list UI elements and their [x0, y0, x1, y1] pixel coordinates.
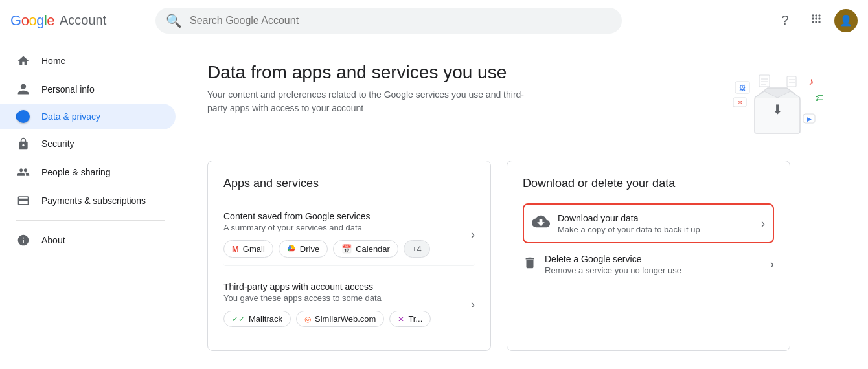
header-actions: ? 👤 [772, 8, 858, 34]
sidebar-item-data-privacy[interactable]: Data & privacy [0, 104, 176, 129]
toggle-icon [16, 112, 31, 121]
svg-text:🖼: 🖼 [739, 84, 746, 91]
tr-icon: ✕ [398, 315, 404, 324]
chevron-right-icon-2: › [471, 298, 475, 311]
delete-service-row[interactable]: Delete a Google service Remove a service… [523, 246, 774, 283]
similarweb-icon: ◎ [304, 315, 311, 324]
third-party-title: Third-party apps with account access [223, 282, 431, 292]
drive-icon [287, 243, 296, 254]
apps-services-card: Apps and services Content saved from Goo… [207, 161, 491, 351]
download-data-row[interactable]: Download your data Make a copy of your d… [523, 203, 774, 243]
tag-gmail[interactable]: M Gmail [223, 240, 273, 258]
people-icon [16, 166, 31, 179]
sidebar-item-home-label: Home [41, 56, 65, 66]
logo[interactable]: Google Account [10, 12, 140, 29]
main-content: Data from apps and services you use Your… [181, 41, 868, 369]
search-bar: 🔍 [155, 8, 622, 34]
sidebar-item-home[interactable]: Home [0, 47, 176, 75]
google-wordmark: Google [10, 12, 54, 29]
search-icon: 🔍 [166, 13, 182, 28]
page-title: Data from apps and services you use [207, 62, 531, 83]
page-layout: Home Personal info Data & privacy Securi… [0, 41, 868, 369]
content-saved-title: Content saved from Google services [223, 211, 430, 221]
account-wordmark: Account [60, 13, 106, 28]
svg-rect-10 [759, 75, 770, 87]
third-party-tags: ✓✓ Mailtrack ◎ SimilarWeb.com ✕ Tr... [223, 311, 431, 327]
third-party-subtitle: You gave these apps access to some data [223, 293, 431, 303]
apps-button[interactable] [803, 8, 829, 34]
grid-icon [810, 12, 823, 28]
svg-text:♪: ♪ [808, 76, 814, 87]
sidebar-item-personal-info[interactable]: Personal info [0, 75, 176, 104]
sidebar-item-payments[interactable]: Payments & subscriptions [0, 186, 176, 215]
sidebar-item-security[interactable]: Security [0, 129, 176, 158]
calendar-icon: 📅 [341, 244, 352, 254]
cloud-download-icon [532, 212, 550, 234]
tag-similarweb[interactable]: ◎ SimilarWeb.com [296, 311, 384, 327]
home-icon [16, 54, 31, 67]
content-saved-subtitle: A summary of your services and data [223, 223, 430, 232]
download-data-subtitle: Make a copy of your data to back it up [558, 225, 700, 234]
content-saved-row[interactable]: Content saved from Google services A sum… [223, 203, 475, 266]
download-delete-card-title: Download or delete your data [523, 177, 774, 190]
sidebar-item-people-sharing[interactable]: People & sharing [0, 158, 176, 186]
sidebar-item-people-sharing-label: People & sharing [41, 167, 111, 177]
sidebar-item-about-label: About [41, 235, 65, 245]
page-illustration: ⬇ 🖼 ✉ ♪ 🏷 ▶ [713, 62, 842, 140]
delete-service-subtitle: Remove a service you no longer use [545, 265, 681, 275]
help-button[interactable]: ? [772, 8, 798, 34]
download-data-title: Download your data [558, 213, 700, 223]
page-subtitle: Your content and preferences related to … [207, 88, 531, 115]
sidebar-item-security-label: Security [41, 139, 74, 149]
tag-drive[interactable]: Drive [279, 240, 328, 258]
tag-tr[interactable]: ✕ Tr... [389, 311, 431, 327]
delete-service-title: Delete a Google service [545, 254, 681, 264]
trash-icon [523, 256, 537, 273]
page-title-area: Data from apps and services you use Your… [207, 62, 531, 115]
lock-icon [16, 137, 31, 150]
svg-text:🏷: 🏷 [815, 93, 824, 103]
sidebar-item-personal-info-label: Personal info [41, 84, 95, 95]
svg-text:▶: ▶ [807, 116, 812, 122]
svg-text:✉: ✉ [738, 100, 742, 106]
apps-services-card-title: Apps and services [223, 177, 475, 190]
chevron-right-icon-4: › [770, 258, 774, 271]
tag-calendar[interactable]: 📅 Calendar [333, 240, 398, 258]
sidebar-item-payments-label: Payments & subscriptions [41, 196, 146, 206]
page-header: Data from apps and services you use Your… [207, 62, 842, 140]
sidebar-item-about[interactable]: About [0, 226, 176, 254]
sidebar-item-data-privacy-label: Data & privacy [41, 111, 100, 122]
tag-mailtrack[interactable]: ✓✓ Mailtrack [223, 311, 291, 327]
tag-more[interactable]: +4 [404, 240, 430, 258]
app-header: Google Account 🔍 ? 👤 [0, 0, 868, 41]
user-avatar[interactable]: 👤 [834, 9, 858, 32]
help-icon: ? [781, 13, 788, 28]
gmail-icon: M [232, 244, 239, 254]
svg-rect-14 [787, 76, 796, 87]
download-delete-card: Download or delete your data Download yo… [507, 161, 790, 351]
search-input[interactable] [190, 15, 611, 27]
info-icon [16, 234, 31, 247]
sidebar-divider [16, 220, 165, 221]
chevron-right-icon-3: › [761, 217, 765, 230]
person-icon [16, 83, 31, 96]
mailtrack-icon: ✓✓ [232, 315, 245, 324]
sidebar: Home Personal info Data & privacy Securi… [0, 41, 181, 369]
cards-grid: Apps and services Content saved from Goo… [207, 161, 790, 351]
svg-text:⬇: ⬇ [772, 102, 783, 117]
credit-card-icon [16, 194, 31, 207]
third-party-row[interactable]: Third-party apps with account access You… [223, 274, 475, 335]
service-tags: M Gmail Drive 📅 Calend [223, 240, 430, 258]
chevron-right-icon: › [471, 228, 475, 241]
